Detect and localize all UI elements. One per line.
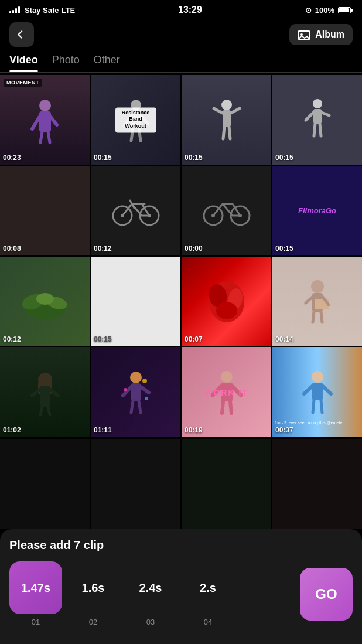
clip-item-04: 2.s 04 [182, 561, 234, 626]
thumbnail-bike2 [182, 166, 271, 255]
thumbnail-plants [0, 257, 90, 346]
svg-point-43 [216, 302, 237, 319]
grid-item[interactable]: 00:12 [0, 257, 90, 346]
svg-line-5 [51, 117, 57, 125]
grid-item[interactable]: 00:08 [0, 166, 90, 255]
grid-item[interactable]: 00:07 [182, 257, 271, 346]
grid-item[interactable]: fun - 9: ever seen a dog this @emete 00:… [272, 347, 362, 437]
thumbnail-figure [0, 75, 90, 165]
clip-bubble-04[interactable]: 2.s [182, 561, 234, 614]
grid-row-extra [0, 438, 362, 530]
status-right: ⊙ 100% [305, 6, 353, 15]
back-button[interactable] [9, 22, 34, 47]
svg-line-17 [231, 108, 240, 113]
svg-line-76 [323, 386, 331, 394]
filmorago-text: FilmoraGo [298, 206, 336, 215]
svg-line-23 [322, 113, 329, 115]
header: Album [0, 18, 362, 54]
svg-point-67 [221, 371, 233, 383]
svg-point-2 [39, 100, 51, 111]
grid-item[interactable]: FilmoraGo 00:15 [272, 166, 362, 255]
clip-bubble-02[interactable]: 1.6s [67, 561, 119, 614]
status-time: 13:29 [178, 5, 202, 15]
svg-point-64 [142, 379, 147, 383]
grid-item[interactable]: MOVEMENT 00:23 [0, 75, 90, 165]
tabs-container: Video Photo Other [0, 54, 362, 73]
clip-item-03: 2.4s 03 [124, 561, 177, 626]
tab-video[interactable]: Video [9, 54, 38, 72]
svg-line-18 [223, 127, 224, 139]
svg-point-58 [130, 372, 142, 383]
grid-item[interactable]: 00:15 [272, 75, 362, 165]
grid-item[interactable]: 00:00 [182, 166, 271, 255]
grid-item[interactable]: 01:02 [0, 347, 90, 437]
grid-item[interactable]: 00:14 [272, 257, 362, 346]
grid-item[interactable]: Resistance Band Workout 00:15 [91, 75, 180, 165]
battery-icon [338, 7, 353, 13]
svg-line-4 [32, 117, 39, 129]
status-bar: Stay Safe LTE 13:29 ⊙ 100% [0, 0, 362, 18]
clip-number-02: 02 [89, 618, 97, 626]
video-duration: 00:23 [3, 154, 21, 162]
thumbnail-figure [272, 75, 362, 165]
go-button[interactable]: GO [300, 568, 353, 621]
video-duration: 01:02 [3, 426, 21, 434]
resistance-label: Resistance Band Workout [115, 107, 156, 132]
tiktok-caption: fun - 9: ever seen a dog this @emete [275, 420, 360, 425]
thumbnail-fabric [182, 257, 271, 346]
svg-line-7 [48, 132, 50, 142]
album-button[interactable]: Album [289, 24, 353, 45]
svg-point-65 [124, 388, 127, 391]
clip-bubble-01[interactable]: 1.47s [9, 561, 62, 614]
carrier-name: Stay Safe [25, 6, 59, 15]
svg-line-62 [131, 401, 133, 413]
svg-point-39 [36, 293, 54, 305]
video-duration: 00:15 [275, 244, 293, 253]
battery-percent: 100% [315, 6, 334, 15]
grid-item[interactable]: 00:15 [182, 75, 271, 165]
video-duration: 00:15 [185, 154, 203, 162]
network-type: LTE [62, 6, 76, 15]
grid-item[interactable]: 00:15 [91, 257, 180, 346]
album-label: Album [315, 29, 344, 40]
grid-item[interactable]: 00:12 [91, 166, 180, 255]
video-duration: 01:11 [94, 426, 112, 434]
svg-rect-74 [312, 383, 323, 400]
clips-row: 1.47s 01 1.6s 02 2.4s 03 2.s 04 GO [9, 561, 353, 626]
work-it-label: WORK IT [204, 388, 248, 397]
grid-item[interactable]: WORK IT 00:19 [182, 347, 271, 437]
bottom-sheet-title: Please add 7 clip [9, 539, 353, 552]
svg-line-47 [306, 297, 312, 303]
svg-line-60 [123, 387, 131, 396]
grid-item[interactable]: 01:11 [91, 347, 180, 437]
svg-line-63 [139, 401, 141, 413]
svg-line-78 [321, 400, 322, 413]
svg-line-19 [229, 127, 230, 139]
thumbnail-bike [91, 166, 180, 255]
clip-label-04: 2.s [200, 581, 216, 595]
svg-line-75 [304, 386, 312, 394]
video-duration: 00:15 [94, 335, 112, 343]
video-duration: 00:00 [185, 244, 203, 253]
svg-point-20 [313, 99, 322, 108]
svg-point-44 [311, 280, 324, 293]
movement-badge: MOVEMENT [4, 79, 42, 87]
clip-bubble-03[interactable]: 2.4s [124, 561, 177, 614]
thumbnail-coffee [272, 257, 362, 346]
svg-line-49 [313, 312, 314, 322]
svg-line-56 [40, 407, 42, 415]
bottom-sheet: Please add 7 clip 1.47s 01 1.6s 02 2.4s … [0, 529, 362, 644]
video-duration: 00:12 [3, 335, 21, 343]
location-icon: ⊙ [305, 6, 312, 15]
svg-line-50 [321, 312, 322, 322]
video-duration: 00:07 [185, 335, 203, 343]
thumbnail-figure [182, 75, 271, 165]
svg-line-24 [314, 124, 315, 136]
svg-line-6 [40, 132, 42, 142]
status-left: Stay Safe LTE [9, 6, 75, 15]
tab-photo[interactable]: Photo [52, 54, 80, 72]
video-duration: 00:08 [3, 244, 21, 253]
clip-label-01: 1.47s [21, 581, 50, 595]
tab-other[interactable]: Other [94, 54, 120, 72]
clip-number-01: 01 [32, 618, 40, 626]
